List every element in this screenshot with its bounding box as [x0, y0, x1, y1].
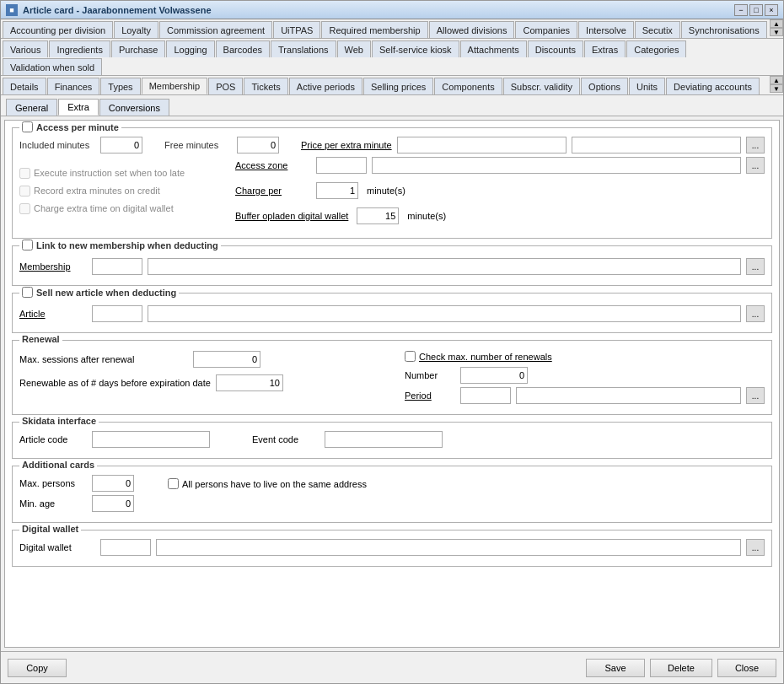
sell-article-checkbox[interactable]: [22, 287, 33, 298]
renewal-number-label: Number: [405, 370, 455, 380]
renewal-period-field2[interactable]: [516, 387, 741, 404]
charge-extra-checkbox[interactable]: [19, 203, 30, 214]
article-code-field[interactable]: [92, 431, 210, 448]
event-code-label: Event code: [252, 434, 320, 444]
tab-self-service-kiosk[interactable]: Self-service kiosk: [372, 40, 459, 57]
tab-finances[interactable]: Finances: [47, 78, 100, 94]
tab-allowed-divisions[interactable]: Allowed divisions: [429, 21, 515, 38]
tab-pos[interactable]: POS: [208, 78, 243, 94]
scroll-up-row1[interactable]: ▲: [770, 19, 783, 28]
tab-details[interactable]: Details: [3, 78, 46, 94]
tab-loyalty[interactable]: Loyalty: [114, 21, 158, 38]
inner-tab-conversions[interactable]: Conversions: [99, 99, 169, 116]
min-age-field[interactable]: [92, 495, 134, 512]
tab-commission-agreement[interactable]: Commission agreement: [159, 21, 272, 38]
tab-companies[interactable]: Companies: [515, 21, 577, 38]
tab-selling-prices[interactable]: Selling prices: [363, 78, 433, 94]
tab-intersolve[interactable]: Intersolve: [578, 21, 634, 38]
digital-wallet-field1[interactable]: [100, 539, 151, 556]
article-field2[interactable]: [148, 305, 741, 322]
copy-button[interactable]: Copy: [8, 659, 67, 677]
scroll-arrows-row1: ▲ ▼: [770, 19, 783, 38]
sell-article-text: Sell new article when deducting: [36, 288, 176, 298]
free-minutes-field[interactable]: [237, 137, 279, 153]
price-per-extra-minute-btn[interactable]: ...: [746, 137, 765, 153]
tab-accounting-per-division[interactable]: Accounting per division: [3, 21, 113, 38]
tab-validation-when-sold[interactable]: Validation when sold: [3, 58, 102, 75]
delete-button[interactable]: Delete: [650, 659, 712, 677]
digital-wallet-btn[interactable]: ...: [746, 539, 765, 556]
max-sessions-field[interactable]: [193, 351, 260, 368]
access-zone-btn[interactable]: ...: [746, 157, 765, 174]
max-sessions-label: Max. sessions after renewal: [19, 354, 188, 364]
tab-synchronisations[interactable]: Synchronisations: [681, 21, 767, 38]
article-btn[interactable]: ...: [746, 305, 765, 322]
inner-tab-general[interactable]: General: [6, 99, 57, 116]
price-per-extra-minute-field1[interactable]: [397, 137, 567, 153]
inner-tab-extra[interactable]: Extra: [58, 99, 99, 116]
renewal-period-btn[interactable]: ...: [746, 387, 765, 404]
tab-membership[interactable]: Membership: [142, 78, 208, 94]
tab-barcodes[interactable]: Barcodes: [216, 40, 270, 57]
renewal-period-field1[interactable]: [460, 387, 511, 404]
membership-field1[interactable]: [92, 258, 142, 275]
access-per-minute-checkbox[interactable]: [22, 121, 33, 132]
charge-extra-checkbox-row: Charge extra time on digital wallet: [19, 203, 222, 214]
tab-translations[interactable]: Translations: [271, 40, 336, 57]
tab-components[interactable]: Components: [434, 78, 502, 94]
scroll-down-row3[interactable]: ▼: [770, 84, 783, 93]
tab-logging[interactable]: Logging: [166, 40, 214, 57]
digital-wallet-row: Digital wallet ...: [19, 539, 765, 556]
link-membership-checkbox[interactable]: [22, 240, 33, 250]
scroll-up-row3[interactable]: ▲: [770, 76, 783, 84]
charge-per-field[interactable]: [316, 182, 358, 199]
access-zone-field1[interactable]: [316, 157, 367, 174]
sell-article-checkbox-row: Sell new article when deducting: [22, 287, 176, 298]
tab-ingredients[interactable]: Ingredients: [49, 40, 110, 57]
save-button[interactable]: Save: [586, 659, 645, 677]
tab-various[interactable]: Various: [3, 40, 48, 57]
check-max-renewals-row: Check max. number of renewals: [405, 351, 765, 362]
access-zone-field2[interactable]: [372, 157, 741, 174]
tab-secutix[interactable]: Secutix: [635, 21, 680, 38]
digital-wallet-field2[interactable]: [156, 539, 741, 556]
tab-required-membership[interactable]: Required membership: [321, 21, 427, 38]
included-minutes-field[interactable]: [100, 137, 142, 153]
membership-btn[interactable]: ...: [746, 258, 765, 275]
check-max-renewals-checkbox[interactable]: [405, 351, 416, 362]
close-bottom-button[interactable]: Close: [717, 659, 776, 677]
tab-active-periods[interactable]: Active periods: [289, 78, 362, 94]
buffer-field[interactable]: [357, 207, 399, 224]
execute-checkbox[interactable]: [19, 168, 30, 179]
minimize-button[interactable]: −: [734, 4, 748, 16]
tab-subscr-validity[interactable]: Subscr. validity: [503, 78, 580, 94]
tab-uitpas[interactable]: UiTPAS: [273, 21, 320, 38]
close-button[interactable]: ×: [765, 4, 778, 16]
tab-web[interactable]: Web: [337, 40, 371, 57]
maximize-button[interactable]: □: [749, 4, 763, 16]
renewable-field[interactable]: [216, 374, 283, 391]
tab-options[interactable]: Options: [581, 78, 628, 94]
article-field1[interactable]: [92, 305, 142, 322]
price-per-extra-minute-field2[interactable]: [572, 137, 741, 153]
membership-field2[interactable]: [148, 258, 741, 275]
same-address-checkbox[interactable]: [168, 478, 179, 489]
tab-purchase[interactable]: Purchase: [111, 40, 165, 57]
tab-deviating-accounts[interactable]: Deviating accounts: [666, 78, 760, 94]
scroll-down-row1[interactable]: ▼: [770, 28, 783, 36]
max-persons-label: Max. persons: [19, 478, 87, 488]
max-sessions-row: Max. sessions after renewal: [19, 351, 379, 368]
max-persons-field[interactable]: [92, 475, 134, 492]
tab-categories[interactable]: Categories: [626, 40, 686, 57]
min-age-label: Min. age: [19, 498, 87, 509]
tab-types[interactable]: Types: [100, 78, 140, 94]
tab-attachments[interactable]: Attachments: [460, 40, 527, 57]
tab-discounts[interactable]: Discounts: [528, 40, 583, 57]
renewal-number-field[interactable]: [460, 367, 528, 384]
tab-extras[interactable]: Extras: [584, 40, 626, 57]
sell-article-label: Sell new article when deducting: [19, 287, 179, 301]
record-checkbox[interactable]: [19, 186, 30, 197]
event-code-field[interactable]: [325, 431, 443, 448]
tab-units[interactable]: Units: [629, 78, 665, 94]
tab-tickets[interactable]: Tickets: [244, 78, 287, 94]
